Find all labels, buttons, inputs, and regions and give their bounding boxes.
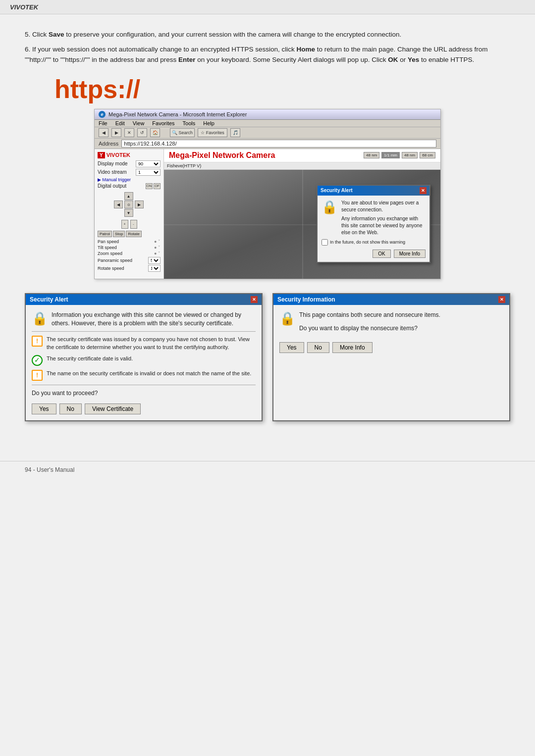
- security-yes-btn[interactable]: Yes: [32, 403, 56, 414]
- address-label: Address: [99, 141, 118, 147]
- video-stream-row: Video stream 1: [98, 169, 160, 176]
- security-viewcert-btn[interactable]: View Certificate: [85, 403, 141, 414]
- warning-icon-1: !: [32, 336, 43, 347]
- security-info-titlebar: Security Information ✕: [273, 294, 509, 305]
- browser-toolbar: ◀ ▶ ✕ ↺ 🏠 🔍 Search ☆ Favorites 🎵: [95, 127, 440, 139]
- small-alert-ok-btn[interactable]: OK: [373, 250, 390, 258]
- back-btn[interactable]: ◀: [99, 128, 108, 137]
- fps-bar: 48 nm 1/1 mm 48 nm 68 cm: [364, 152, 435, 158]
- step6-bold1: Home: [297, 46, 316, 53]
- ie-icon: e: [99, 111, 106, 118]
- camera-ui: Y VIVOTEK Display mode 90 Video stream 1…: [95, 149, 440, 279]
- fps-btn-2[interactable]: 1/1 mm: [381, 152, 400, 158]
- video-stream-select[interactable]: 1: [136, 169, 160, 176]
- menu-edit[interactable]: Edit: [115, 120, 125, 126]
- step5-bold: Save: [49, 31, 64, 38]
- step6-text: 6. If your web session does not automati…: [25, 44, 510, 65]
- camera-title: Mega-Pixel Network Camera: [169, 151, 275, 160]
- ptz-up[interactable]: ▲: [124, 192, 133, 200]
- dialogs-row: Security Alert ✕ 🔒 Information you excha…: [25, 293, 510, 421]
- page-content: 5. Click Save to preserve your configura…: [0, 14, 535, 441]
- ptz-right[interactable]: ▶: [135, 201, 144, 208]
- browser-title: Mega-Pixel Network Camera - Microsoft In…: [108, 111, 247, 117]
- browser-menubar: File Edit View Favorites Tools Help: [95, 120, 440, 127]
- do-on-btn[interactable]: ON: [146, 183, 153, 189]
- small-alert-moreinfo-btn[interactable]: More Info: [394, 250, 426, 258]
- info-moreinfo-btn[interactable]: More Info: [332, 342, 373, 353]
- patrol-btn[interactable]: Patrol: [98, 231, 112, 237]
- camera-video: Security Alert ✕ 🔒 You are about to view…: [164, 170, 440, 279]
- cert-item-3: ! The name on the security certificate i…: [32, 370, 256, 381]
- security-alert-close[interactable]: ✕: [251, 296, 258, 303]
- small-alert-checkbox-row: In the future, do not show this warning: [321, 239, 426, 246]
- search-btn[interactable]: 🔍 Search: [170, 128, 195, 137]
- stream-label-bar: Fisheve(HTTP V): [164, 162, 440, 170]
- menu-tools[interactable]: Tools: [183, 120, 196, 126]
- home-btn[interactable]: 🏠: [150, 128, 160, 137]
- rotate-btn[interactable]: Rotate: [126, 231, 142, 237]
- info-yes-btn[interactable]: Yes: [279, 342, 304, 353]
- forward-btn[interactable]: ▶: [111, 128, 121, 137]
- fps-btn-1[interactable]: 48 nm: [364, 152, 379, 158]
- security-alert-dialog: Security Alert ✕ 🔒 Information you excha…: [25, 293, 263, 421]
- security-lock-icon: 🔒: [32, 311, 48, 327]
- small-alert-buttons: OK More Info: [321, 250, 426, 258]
- camera-sidebar: Y VIVOTEK Display mode 90 Video stream 1…: [95, 149, 164, 279]
- info-no-btn[interactable]: No: [307, 342, 329, 353]
- panoramic-speed-select[interactable]: 5: [148, 257, 160, 264]
- small-alert-body: 🔒 You are about to view pages over a sec…: [318, 196, 429, 262]
- do-off-btn[interactable]: OF: [154, 183, 160, 189]
- security-info-close[interactable]: ✕: [498, 296, 505, 303]
- warning-icon-2: !: [32, 370, 43, 381]
- security-no-btn[interactable]: No: [59, 403, 82, 414]
- panoramic-speed-row: Panoramic speed 5: [98, 257, 160, 264]
- stop-preset-btn[interactable]: Stop: [113, 231, 125, 237]
- small-alert-checkbox[interactable]: [321, 239, 328, 246]
- security-info-buttons: Yes No More Info: [279, 342, 503, 353]
- menu-file[interactable]: File: [99, 120, 107, 126]
- browser-addressbar: Address https://192.168.4.128/: [95, 139, 440, 149]
- browser-screenshot: e Mega-Pixel Network Camera - Microsoft …: [94, 109, 441, 279]
- camera-main: Mega-Pixel Network Camera 48 nm 1/1 mm 4…: [164, 149, 440, 279]
- instructions: 5. Click Save to preserve your configura…: [25, 29, 510, 65]
- security-info-body: 🔒 This page contains both secure and non…: [273, 305, 509, 359]
- zoom-out-btn[interactable]: -: [130, 220, 137, 229]
- check-icon: ✓: [32, 355, 43, 366]
- security-alert-buttons: Yes No View Certificate: [32, 403, 256, 414]
- step6-bold4: Yes: [408, 56, 419, 63]
- security-alert-body: 🔒 Information you exchange with this sit…: [26, 305, 262, 420]
- display-mode-select[interactable]: 90: [136, 160, 160, 167]
- security-info-dialog: Security Information ✕ 🔒 This page conta…: [272, 293, 510, 421]
- favorites-btn[interactable]: ☆ Favorites: [198, 128, 227, 137]
- manual-trigger-link[interactable]: ▶ Manual trigger: [98, 177, 160, 182]
- ptz-left[interactable]: ◀: [114, 201, 123, 208]
- fps-btn-4[interactable]: 68 cm: [420, 152, 435, 158]
- step5-text: 5. Click Save to preserve your configura…: [25, 29, 510, 40]
- camera-header: Mega-Pixel Network Camera 48 nm 1/1 mm 4…: [164, 149, 440, 162]
- menu-help[interactable]: Help: [203, 120, 214, 126]
- tilt-speed-row: Tilt speed ● ˅: [98, 245, 160, 250]
- cert-item-1: ! The security certificate was issued by…: [32, 336, 256, 351]
- address-input[interactable]: https://192.168.4.128/: [121, 140, 436, 148]
- small-alert-close[interactable]: ✕: [420, 187, 427, 194]
- https-display: https://: [54, 74, 510, 104]
- step6-bold2: Enter: [178, 56, 196, 63]
- menu-view[interactable]: View: [133, 120, 145, 126]
- fps-btn-3[interactable]: 48 nm: [402, 152, 418, 158]
- display-mode-row: Display mode 90: [98, 160, 160, 167]
- menu-favorites[interactable]: Favorites: [152, 120, 174, 126]
- ptz-down[interactable]: ▼: [124, 209, 133, 217]
- zoom-in-btn[interactable]: +: [121, 220, 128, 229]
- preset-row: Patrol Stop Rotate: [98, 231, 160, 237]
- divider-2: [32, 385, 256, 385]
- rotate-speed-select[interactable]: 1: [148, 265, 160, 272]
- media-btn[interactable]: 🎵: [230, 128, 240, 137]
- ptz-home[interactable]: ⊙: [124, 201, 133, 208]
- pan-speed-row: Pan speed ● ˅: [98, 239, 160, 244]
- refresh-btn[interactable]: ↺: [137, 128, 147, 137]
- digital-output-row: Digital output ON OF: [98, 183, 160, 189]
- divider-1: [32, 331, 256, 332]
- stop-btn[interactable]: ✕: [124, 128, 134, 137]
- lock-icon: 🔒: [321, 200, 337, 215]
- small-security-alert: Security Alert ✕ 🔒 You are about to view…: [317, 185, 430, 263]
